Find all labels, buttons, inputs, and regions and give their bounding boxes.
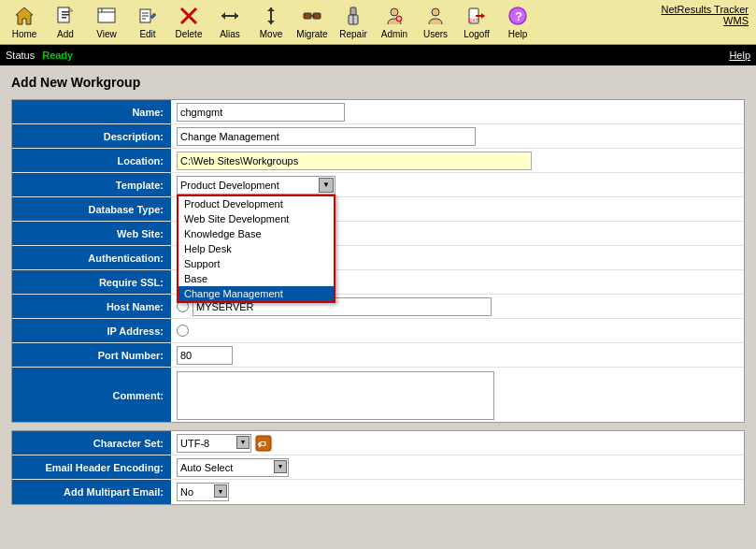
web-site-row: Web Site: [12, 222, 744, 246]
charset-wrapper[interactable]: UTF-8 ▼ [177, 434, 251, 453]
ip-address-row: IP Address: [12, 319, 744, 343]
admin-button[interactable]: Admin [374, 2, 415, 43]
delete-button[interactable]: Delete [168, 2, 209, 43]
port-input[interactable] [177, 346, 233, 365]
home-icon [13, 5, 36, 27]
svg-point-32 [432, 8, 439, 16]
page-title: Add New Workgroup [11, 75, 745, 90]
port-number-row: Port Number: [12, 343, 744, 368]
hostname-label: Host Name: [12, 295, 171, 318]
migrate-label: Migrate [296, 29, 327, 39]
svg-rect-4 [62, 17, 66, 19]
users-label: Users [423, 29, 448, 39]
charset-field: UTF-8 ▼ 🏷 [171, 432, 744, 455]
location-input[interactable] [177, 152, 532, 170]
comment-field [171, 368, 744, 422]
repair-button[interactable]: Repair [333, 2, 374, 43]
ip-radio[interactable] [177, 325, 189, 337]
name-field [171, 101, 744, 123]
location-field [171, 150, 744, 172]
svg-rect-25 [350, 7, 356, 15]
template-option-5[interactable]: Base [178, 271, 334, 286]
users-button[interactable]: Users [415, 2, 456, 43]
toolbar: Home Add View Edit Delete Alias Move [0, 0, 756, 45]
migrate-button[interactable]: Migrate [292, 2, 333, 43]
logoff-label: Logoff [464, 29, 490, 39]
move-label: Move [260, 29, 282, 39]
multipart-row: Add Multipart Email: No Yes ▼ [12, 480, 744, 504]
location-row: Location: [12, 149, 744, 173]
svg-text:?: ? [515, 9, 522, 23]
ip-address-label: IP Address: [12, 319, 171, 342]
svg-marker-0 [16, 7, 33, 24]
help-button[interactable]: ? Help [497, 2, 538, 43]
add-icon [54, 5, 77, 27]
description-row: Description: [12, 124, 744, 149]
database-type-row: Database Type: [12, 197, 744, 222]
home-button[interactable]: Home [4, 2, 45, 43]
view-button[interactable]: View [86, 2, 127, 43]
require-ssl-label: Require SSL: [12, 270, 171, 294]
ip-address-field [171, 323, 744, 339]
multipart-wrapper[interactable]: No Yes ▼ [177, 483, 229, 501]
template-row: Template: Product Development ▼ Product … [12, 173, 744, 197]
charset-tag-icon[interactable]: 🏷 [255, 435, 272, 452]
status-value: Ready [42, 50, 73, 61]
delete-label: Delete [176, 29, 203, 39]
multipart-label: Add Multipart Email: [12, 480, 171, 504]
email-header-label: Email Header Encoding: [12, 455, 171, 479]
template-option-1[interactable]: Web Site Development [178, 211, 334, 226]
edit-icon [136, 5, 159, 27]
description-label: Description: [12, 124, 171, 148]
name-label: Name: [12, 100, 171, 123]
template-option-3[interactable]: Help Desk [178, 241, 334, 256]
add-button[interactable]: Add [45, 2, 86, 43]
admin-label: Admin [381, 29, 407, 39]
email-header-wrapper[interactable]: Auto Select ▼ [177, 458, 289, 477]
home-label: Home [12, 29, 37, 39]
status-label: Status [6, 50, 35, 61]
alias-button[interactable]: Alias [209, 2, 250, 43]
template-display[interactable]: Product Development [177, 176, 335, 195]
name-input[interactable] [177, 103, 345, 122]
statusbar-help[interactable]: Help [729, 50, 750, 61]
email-header-select[interactable]: Auto Select [177, 458, 289, 477]
help-label: Help [508, 29, 528, 39]
hostname-row: Host Name: [12, 295, 744, 319]
charset-row: Character Set: UTF-8 ▼ 🏷 [12, 431, 744, 455]
web-site-label: Web Site: [12, 222, 171, 245]
delete-icon [178, 5, 200, 27]
multipart-select[interactable]: No Yes [177, 483, 229, 501]
template-option-2[interactable]: Knowledge Base [178, 226, 334, 241]
template-field: Product Development ▼ Product Developmen… [171, 174, 744, 196]
logoff-button[interactable]: EXIT Logoff [456, 2, 497, 43]
port-number-label: Port Number: [12, 343, 171, 367]
svg-marker-19 [267, 7, 275, 11]
move-button[interactable]: Move [250, 2, 292, 43]
view-icon [95, 5, 118, 27]
admin-icon [383, 5, 406, 27]
template-option-6[interactable]: Change Management [178, 286, 334, 301]
svg-marker-16 [221, 12, 225, 20]
comment-textarea[interactable] [177, 371, 494, 420]
workgroup-form: Name: Description: Location: Template: [11, 99, 745, 423]
svg-marker-17 [235, 12, 238, 20]
port-number-field [171, 344, 744, 367]
charset-select[interactable]: UTF-8 [177, 434, 251, 453]
template-dropdown-popup: Product Development Web Site Development… [177, 195, 335, 303]
encoding-form: Character Set: UTF-8 ▼ 🏷 Email Header En… [11, 430, 745, 505]
help-icon: ? [506, 5, 529, 27]
template-label: Template: [12, 173, 171, 196]
template-option-4[interactable]: Support [178, 256, 334, 271]
svg-marker-35 [481, 13, 485, 19]
view-label: View [96, 29, 117, 39]
svg-rect-21 [304, 13, 311, 19]
repair-icon [342, 5, 364, 27]
name-row: Name: [12, 100, 744, 124]
svg-text:🏷: 🏷 [258, 440, 266, 449]
migrate-icon [301, 5, 323, 27]
template-wrapper[interactable]: Product Development ▼ Product Developmen… [177, 176, 335, 195]
template-option-0[interactable]: Product Development [178, 196, 334, 211]
edit-button[interactable]: Edit [127, 2, 168, 43]
description-input[interactable] [177, 127, 476, 146]
